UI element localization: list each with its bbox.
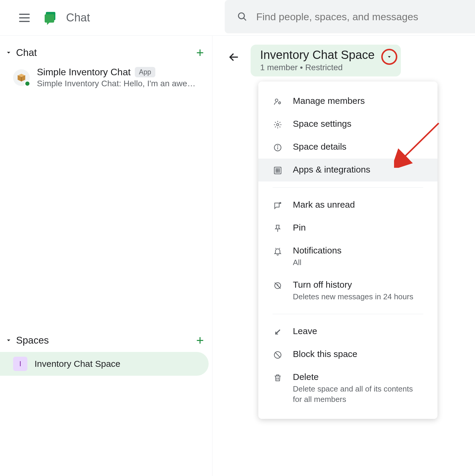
- svg-point-5: [275, 99, 278, 102]
- chevron-down-icon: [5, 337, 12, 344]
- menu-divider: [273, 314, 423, 314]
- space-title-dropdown[interactable]: Inventory Chat Space 1 member • Restrict…: [251, 45, 401, 76]
- svg-point-16: [277, 170, 278, 171]
- svg-point-15: [276, 170, 277, 171]
- space-list-item[interactable]: I Inventory Chat Space: [0, 352, 209, 376]
- menu-space-details[interactable]: Space details: [258, 136, 438, 159]
- chat-logo-icon: [43, 11, 58, 25]
- back-arrow-icon[interactable]: [228, 51, 240, 63]
- search-input[interactable]: [256, 11, 475, 23]
- block-icon: [273, 350, 283, 360]
- history-off-icon: [273, 281, 283, 291]
- space-item-name: Inventory Chat Space: [35, 359, 121, 369]
- menu-block[interactable]: Block this space: [258, 343, 438, 366]
- svg-point-7: [276, 123, 279, 126]
- leave-arrow-icon: [273, 327, 283, 337]
- chat-item-title: Simple Inventory Chat: [37, 67, 131, 78]
- caret-down-icon: [387, 54, 392, 60]
- top-bar: Chat: [0, 0, 475, 36]
- menu-leave[interactable]: Leave: [258, 320, 438, 343]
- svg-point-10: [277, 146, 278, 146]
- sidebar-section-chat[interactable]: Chat +: [0, 41, 212, 64]
- svg-point-12: [276, 169, 277, 170]
- svg-point-19: [277, 172, 278, 173]
- gear-icon: [273, 120, 283, 130]
- menu-manage-members[interactable]: Manage members: [258, 90, 438, 113]
- svg-point-13: [277, 169, 278, 170]
- add-chat-button[interactable]: +: [196, 45, 204, 60]
- space-dropdown-menu: Manage members Space settings Space deta…: [258, 82, 438, 419]
- add-space-button[interactable]: +: [196, 333, 204, 348]
- svg-point-21: [279, 202, 281, 204]
- menu-notifications[interactable]: Notifications All: [258, 239, 438, 274]
- app-logo[interactable]: Chat: [43, 11, 90, 25]
- space-title: Inventory Chat Space: [260, 48, 375, 62]
- svg-point-18: [276, 172, 277, 173]
- space-subtitle: 1 member • Restricted: [260, 63, 375, 72]
- grid-icon: [273, 165, 283, 176]
- unread-icon: [273, 201, 283, 211]
- chevron-down-icon: [5, 49, 12, 56]
- sidebar-section-spaces[interactable]: Spaces +: [0, 329, 212, 352]
- search-bar[interactable]: [225, 0, 475, 33]
- sidebar-section-spaces-label: Spaces: [16, 335, 49, 346]
- app-badge: App: [135, 67, 155, 77]
- sidebar: Chat + Simple Inventory Chat App Simple …: [0, 36, 212, 476]
- menu-mark-unread[interactable]: Mark as unread: [258, 194, 438, 217]
- search-icon: [237, 12, 247, 22]
- menu-pin[interactable]: Pin: [258, 217, 438, 239]
- presence-indicator: [24, 81, 30, 87]
- svg-point-2: [238, 13, 244, 19]
- chat-item-preview: Simple Inventory Chat: Hello, I'm an awe…: [37, 79, 196, 88]
- svg-line-25: [275, 353, 280, 357]
- dropdown-toggle-annotation[interactable]: [381, 49, 397, 65]
- menu-delete[interactable]: Delete Delete space and all of its conte…: [258, 366, 438, 411]
- trash-icon: [273, 373, 283, 383]
- chat-list-item[interactable]: Simple Inventory Chat App Simple Invento…: [0, 64, 212, 91]
- svg-point-20: [279, 172, 280, 173]
- svg-point-17: [279, 170, 280, 171]
- menu-divider: [273, 187, 423, 188]
- pin-icon: [273, 223, 283, 234]
- app-name: Chat: [66, 11, 90, 24]
- menu-space-settings[interactable]: Space settings: [258, 113, 438, 136]
- svg-rect-1: [45, 14, 54, 23]
- bell-icon: [273, 246, 283, 256]
- menu-apps-integrations[interactable]: Apps & integrations: [258, 159, 438, 181]
- package-icon: [16, 73, 26, 83]
- hamburger-icon[interactable]: [19, 14, 30, 22]
- info-icon: [273, 143, 283, 153]
- space-avatar: I: [13, 357, 27, 371]
- sidebar-section-chat-label: Chat: [16, 47, 37, 58]
- svg-point-14: [279, 169, 280, 170]
- chat-avatar: [13, 69, 30, 86]
- content-pane: Inventory Chat Space 1 member • Restrict…: [212, 36, 475, 476]
- svg-line-3: [243, 18, 246, 21]
- menu-turn-off-history[interactable]: Turn off history Deletes new messages in…: [258, 274, 438, 308]
- people-gear-icon: [273, 97, 283, 107]
